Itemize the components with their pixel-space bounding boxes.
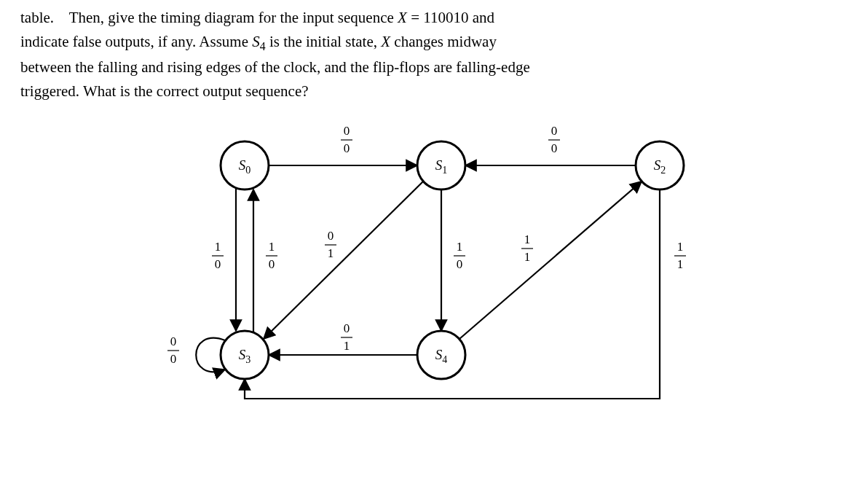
svg-text:0: 0 <box>215 257 221 271</box>
svg-text:1: 1 <box>328 246 334 260</box>
label-s2-s3: 1 1 <box>674 240 686 271</box>
label-s0-s3: 1 0 <box>212 240 224 271</box>
svg-text:1: 1 <box>677 257 684 271</box>
t2a: indicate false outputs, if any. Assume <box>20 33 252 50</box>
state-s4: S4 <box>417 331 465 379</box>
label-s3-s0: 1 0 <box>266 240 277 271</box>
label-s1-s4: 1 0 <box>454 240 465 271</box>
svg-text:0: 0 <box>551 141 558 155</box>
label-s1-s0: 0 1 <box>325 229 336 260</box>
svg-text:0: 0 <box>328 229 334 243</box>
svg-text:0: 0 <box>551 124 558 138</box>
svg-text:0: 0 <box>344 124 350 138</box>
t1: table. Then, give the timing diagram for… <box>20 9 398 26</box>
svg-text:0: 0 <box>269 257 275 271</box>
X1: X <box>398 9 407 26</box>
seq: 110010 <box>423 9 468 26</box>
state-s2: S2 <box>636 141 684 189</box>
eq: = <box>407 9 423 26</box>
state-diagram: 0 0 0 0 1 0 1 0 0 1 1 0 1 1 1 1 0 1 0 0 … <box>20 107 848 421</box>
t2c: changes midway <box>390 33 497 50</box>
svg-text:1: 1 <box>524 232 531 246</box>
svg-text:1: 1 <box>457 240 463 254</box>
svg-text:0: 0 <box>170 352 177 366</box>
t1b: and <box>468 9 494 26</box>
label-s3-s3: 0 0 <box>167 335 179 366</box>
svg-text:1: 1 <box>524 250 531 264</box>
state-s0: S0 <box>221 141 269 189</box>
svg-text:1: 1 <box>344 339 350 353</box>
state-s3: S3 <box>221 331 269 379</box>
svg-text:1: 1 <box>677 240 684 254</box>
t3: between the falling and rising edges of … <box>20 58 530 76</box>
t2b: is the initial state, <box>266 33 382 50</box>
svg-text:0: 0 <box>344 141 350 155</box>
label-s0-s1: 0 0 <box>341 124 352 155</box>
svg-text:1: 1 <box>269 240 275 254</box>
label-s4-s2: 1 1 <box>521 232 533 264</box>
svg-text:0: 0 <box>457 257 463 271</box>
S4sym: S4 <box>252 33 265 50</box>
label-s4-s3: 0 1 <box>341 321 352 353</box>
X2: X <box>381 33 390 50</box>
edge-s1-s0 <box>264 181 423 339</box>
svg-text:1: 1 <box>215 240 221 254</box>
svg-text:0: 0 <box>344 321 350 335</box>
t4: triggered. What is the correct output se… <box>20 82 309 100</box>
problem-text: table. Then, give the timing diagram for… <box>20 6 848 103</box>
svg-text:0: 0 <box>170 335 177 348</box>
state-s1: S1 <box>417 141 465 189</box>
edge-s4-s2 <box>459 181 642 339</box>
label-s2-s1: 0 0 <box>548 124 560 155</box>
